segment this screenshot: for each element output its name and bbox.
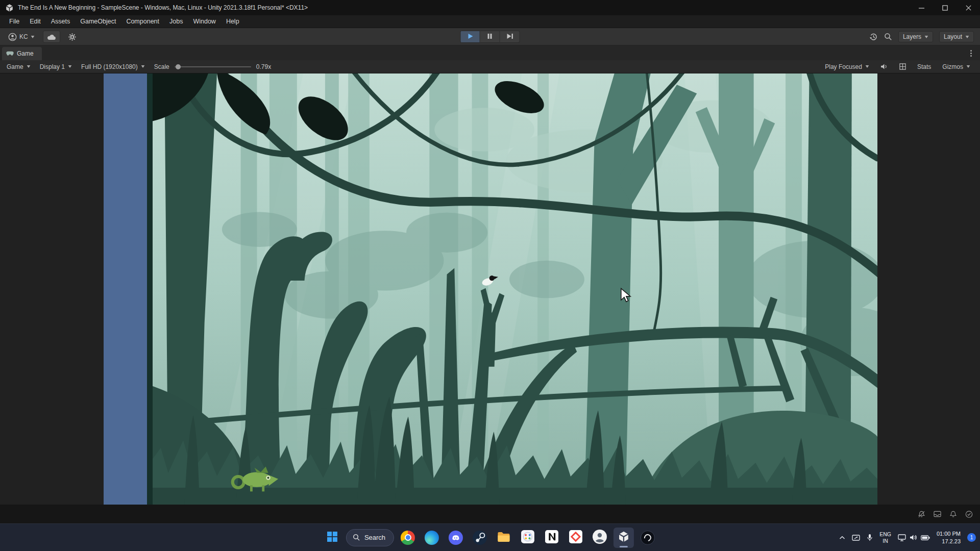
menu-help[interactable]: Help xyxy=(221,15,244,28)
account-label: KC xyxy=(19,33,28,40)
taskbar-anydesk[interactable] xyxy=(566,528,586,548)
menu-file[interactable]: File xyxy=(4,15,24,28)
layout-dropdown[interactable]: Layout xyxy=(939,31,974,42)
mute-audio-button[interactable] xyxy=(876,63,893,70)
scale-label: Scale xyxy=(154,63,169,70)
play-focused-label: Play Focused xyxy=(825,63,862,70)
start-button[interactable] xyxy=(322,528,342,548)
obs-icon xyxy=(641,531,655,545)
undo-history-icon[interactable] xyxy=(869,33,878,41)
taskbar-clock[interactable]: 01:00 PM 17.2.23 xyxy=(937,530,961,545)
cast-icon[interactable] xyxy=(852,534,860,541)
notion-icon xyxy=(545,530,558,545)
step-button[interactable] xyxy=(500,31,520,43)
taskbar-obs[interactable] xyxy=(638,528,658,548)
scale-slider[interactable] xyxy=(175,66,251,67)
menu-jobs[interactable]: Jobs xyxy=(164,15,188,28)
inbox-icon[interactable] xyxy=(934,510,941,518)
taskbar-search[interactable]: Search xyxy=(346,529,394,546)
vsync-grid-icon xyxy=(899,63,906,70)
layers-label: Layers xyxy=(903,33,921,40)
game-scene-jungle xyxy=(147,73,877,505)
microphone-icon[interactable] xyxy=(867,534,873,542)
status-ok-icon[interactable] xyxy=(965,510,973,518)
volume-icon xyxy=(910,534,917,541)
search-label: Search xyxy=(364,534,385,541)
discord-icon xyxy=(449,531,463,545)
network-icon xyxy=(898,534,906,541)
caret-down-icon xyxy=(924,36,928,38)
menu-gameobject[interactable]: GameObject xyxy=(75,15,121,28)
taskbar-contacts[interactable] xyxy=(590,528,610,548)
language-indicator[interactable]: ENG IN xyxy=(879,531,891,543)
notifications-muted-icon[interactable] xyxy=(918,510,925,518)
cloud-icon xyxy=(47,34,56,40)
minimize-button[interactable] xyxy=(910,0,933,15)
taskbar-chrome[interactable] xyxy=(398,528,418,548)
gizmos-dropdown[interactable]: Gizmos xyxy=(938,63,975,70)
view-mode-label: Game xyxy=(7,63,23,70)
menu-bar: File Edit Assets GameObject Component Jo… xyxy=(0,15,980,28)
tab-game-label: Game xyxy=(17,50,34,57)
system-tray-group[interactable] xyxy=(898,534,930,541)
layers-dropdown[interactable]: Layers xyxy=(898,31,933,42)
account-dropdown[interactable]: KC xyxy=(4,31,39,43)
menu-edit[interactable]: Edit xyxy=(24,15,46,28)
caret-down-icon xyxy=(27,65,31,68)
scale-value: 0.79x xyxy=(256,63,271,70)
game-view-icon xyxy=(6,51,14,56)
services-gear-icon xyxy=(68,33,76,41)
taskbar-unity[interactable] xyxy=(614,528,634,548)
taskbar-edge[interactable] xyxy=(422,528,442,548)
caret-down-icon xyxy=(141,65,145,68)
editor-status-bar xyxy=(0,505,980,523)
game-view-content xyxy=(0,73,980,505)
play-button[interactable] xyxy=(460,31,480,43)
language-code: ENG xyxy=(879,531,891,537)
caret-down-icon xyxy=(31,36,35,38)
resolution-dropdown[interactable]: Full HD (980x551) xyxy=(77,60,150,73)
gizmos-label: Gizmos xyxy=(942,63,963,70)
taskbar-steam[interactable] xyxy=(470,528,490,548)
view-mode-dropdown[interactable]: Game xyxy=(2,60,35,73)
mute-audio-icon xyxy=(880,63,888,70)
menu-component[interactable]: Component xyxy=(121,15,164,28)
pause-button[interactable] xyxy=(480,31,500,43)
bell-icon[interactable] xyxy=(949,510,957,518)
panel-menu-icon[interactable] xyxy=(967,49,975,58)
maximize-button[interactable] xyxy=(933,0,957,15)
close-button[interactable] xyxy=(957,0,980,15)
vsync-grid-button[interactable] xyxy=(895,63,911,70)
taskbar-notion[interactable] xyxy=(542,528,562,548)
menu-window[interactable]: Window xyxy=(188,15,220,28)
steam-icon xyxy=(473,531,487,545)
clock-time: 01:00 PM xyxy=(937,530,961,537)
menu-assets[interactable]: Assets xyxy=(46,15,76,28)
play-icon xyxy=(467,33,473,41)
scale-slider-knob[interactable] xyxy=(176,64,181,69)
stats-button[interactable]: Stats xyxy=(913,63,936,70)
taskbar-discord[interactable] xyxy=(446,528,466,548)
window-titlebar: The End Is A New Beginning - SampleScene… xyxy=(0,0,980,15)
search-icon[interactable] xyxy=(884,33,892,41)
account-icon xyxy=(8,33,17,41)
cloud-services-button[interactable] xyxy=(43,31,60,43)
taskbar-file-explorer[interactable] xyxy=(494,528,514,548)
game-render-surface[interactable] xyxy=(104,73,877,505)
battery-icon xyxy=(921,535,930,540)
play-focused-dropdown[interactable]: Play Focused xyxy=(820,63,874,70)
main-toolbar: KC xyxy=(0,28,980,45)
services-gear-button[interactable] xyxy=(64,31,80,43)
language-region: IN xyxy=(879,538,891,544)
display-dropdown[interactable]: Display 1 xyxy=(35,60,77,73)
caret-down-icon xyxy=(966,65,970,68)
caret-down-icon xyxy=(965,36,969,38)
search-icon xyxy=(353,534,360,541)
tray-chevron-icon[interactable] xyxy=(839,536,845,540)
mouse-cursor xyxy=(620,288,632,304)
taskbar-paint[interactable] xyxy=(518,528,538,548)
tab-game[interactable]: Game xyxy=(2,47,42,60)
notification-badge[interactable]: 1 xyxy=(967,533,976,542)
caret-down-icon xyxy=(865,65,869,68)
game-view-toolbar: Game Display 1 Full HD (980x551) Scale… xyxy=(0,60,980,73)
